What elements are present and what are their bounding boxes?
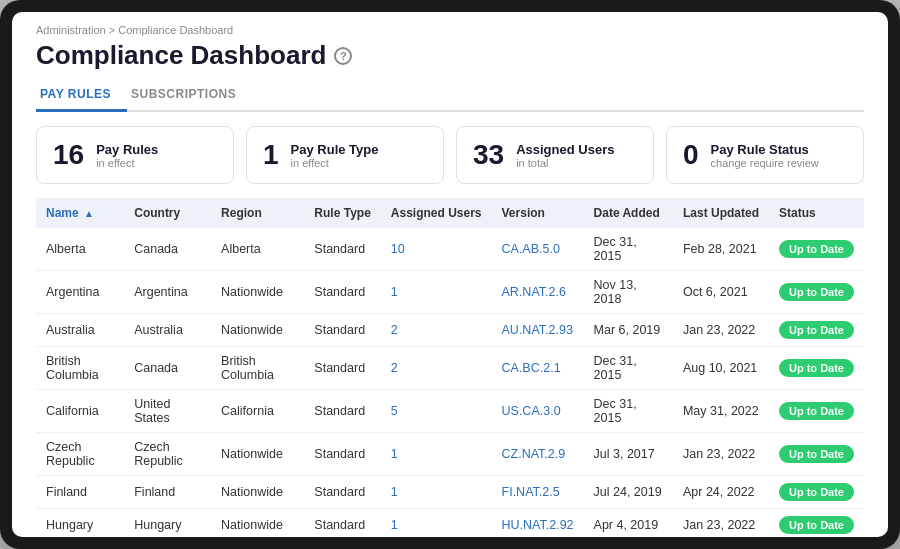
- table-cell-assigned-users[interactable]: 1: [381, 271, 492, 314]
- table-cell-last-updated: Aug 10, 2021: [673, 347, 769, 390]
- table-cell-name: Hungary: [36, 509, 124, 538]
- table-cell-assigned-users[interactable]: 5: [381, 390, 492, 433]
- table-cell-country: Canada: [124, 347, 211, 390]
- table-row: FinlandFinlandNationwideStandard1FI.NAT.…: [36, 476, 864, 509]
- table-cell-rule-type: Standard: [304, 390, 380, 433]
- help-icon[interactable]: ?: [334, 47, 352, 65]
- table-cell-version[interactable]: FI.NAT.2.5: [492, 476, 584, 509]
- stat-info-pay-rule-status: Pay Rule Status change require review: [711, 142, 819, 169]
- tab-subscriptions[interactable]: SUBSCRIPTIONS: [127, 81, 252, 112]
- table-cell-rule-type: Standard: [304, 228, 380, 271]
- table-cell-status[interactable]: Up to Date: [769, 347, 864, 390]
- table-cell-rule-type: Standard: [304, 347, 380, 390]
- tab-pay-rules[interactable]: PAY RULES: [36, 81, 127, 112]
- table-cell-version[interactable]: CA.AB.5.0: [492, 228, 584, 271]
- stat-number-assigned-users: 33: [473, 139, 504, 171]
- table-cell-date-added: Dec 31, 2015: [584, 347, 673, 390]
- table-cell-rule-type: Standard: [304, 476, 380, 509]
- table-cell-last-updated: Jan 23, 2022: [673, 509, 769, 538]
- table-cell-country: United States: [124, 390, 211, 433]
- table-cell-date-added: Apr 4, 2019: [584, 509, 673, 538]
- table-cell-status[interactable]: Up to Date: [769, 271, 864, 314]
- status-badge: Up to Date: [779, 359, 854, 377]
- page-title: Compliance Dashboard: [36, 40, 326, 71]
- table-cell-version[interactable]: HU.NAT.2.92: [492, 509, 584, 538]
- col-header-name[interactable]: Name ▲: [36, 198, 124, 228]
- stat-sublabel-pay-rules: in effect: [96, 157, 158, 169]
- table-cell-date-added: Nov 13, 2018: [584, 271, 673, 314]
- col-header-assigned-users[interactable]: Assigned Users: [381, 198, 492, 228]
- table-cell-name: California: [36, 390, 124, 433]
- stat-label-assigned-users: Assigned Users: [516, 142, 614, 157]
- table-cell-date-added: Jul 3, 2017: [584, 433, 673, 476]
- status-badge: Up to Date: [779, 321, 854, 339]
- table-cell-country: Argentina: [124, 271, 211, 314]
- table-cell-version[interactable]: CA.BC.2.1: [492, 347, 584, 390]
- status-badge: Up to Date: [779, 516, 854, 534]
- page-content: Administration > Compliance Dashboard Co…: [12, 12, 888, 537]
- stat-info-pay-rule-type: Pay Rule Type in effect: [291, 142, 379, 169]
- table-cell-version[interactable]: US.CA.3.0: [492, 390, 584, 433]
- stat-number-pay-rule-type: 1: [263, 139, 279, 171]
- table-cell-version[interactable]: AU.NAT.2.93: [492, 314, 584, 347]
- table-cell-country: Canada: [124, 228, 211, 271]
- stat-card-assigned-users: 33 Assigned Users in total: [456, 126, 654, 184]
- table-cell-status[interactable]: Up to Date: [769, 509, 864, 538]
- col-header-region[interactable]: Region: [211, 198, 304, 228]
- table-cell-region: Nationwide: [211, 476, 304, 509]
- col-header-version[interactable]: Version: [492, 198, 584, 228]
- col-header-status[interactable]: Status: [769, 198, 864, 228]
- table-cell-assigned-users[interactable]: 2: [381, 347, 492, 390]
- table-cell-status[interactable]: Up to Date: [769, 476, 864, 509]
- col-header-country[interactable]: Country: [124, 198, 211, 228]
- stat-number-pay-rules: 16: [53, 139, 84, 171]
- stat-card-pay-rule-status: 0 Pay Rule Status change require review: [666, 126, 864, 184]
- table-cell-assigned-users[interactable]: 10: [381, 228, 492, 271]
- table-cell-last-updated: Apr 24, 2022: [673, 476, 769, 509]
- stat-label-pay-rules: Pay Rules: [96, 142, 158, 157]
- table-cell-last-updated: Feb 28, 2021: [673, 228, 769, 271]
- table-cell-region: Nationwide: [211, 271, 304, 314]
- table-cell-rule-type: Standard: [304, 271, 380, 314]
- table-cell-last-updated: May 31, 2022: [673, 390, 769, 433]
- table-header-row: Name ▲ Country Region Rule Type Assigned…: [36, 198, 864, 228]
- table-row: ArgentinaArgentinaNationwideStandard1AR.…: [36, 271, 864, 314]
- table-cell-assigned-users[interactable]: 1: [381, 433, 492, 476]
- table-cell-version[interactable]: AR.NAT.2.6: [492, 271, 584, 314]
- breadcrumb-admin[interactable]: Administration: [36, 24, 106, 36]
- table-cell-status[interactable]: Up to Date: [769, 433, 864, 476]
- table-cell-status[interactable]: Up to Date: [769, 228, 864, 271]
- table-cell-name: Finland: [36, 476, 124, 509]
- table-cell-region: California: [211, 390, 304, 433]
- table-row: AustraliaAustraliaNationwideStandard2AU.…: [36, 314, 864, 347]
- status-badge: Up to Date: [779, 402, 854, 420]
- table-cell-name: Czech Republic: [36, 433, 124, 476]
- table-cell-assigned-users[interactable]: 1: [381, 509, 492, 538]
- pay-rules-table: Name ▲ Country Region Rule Type Assigned…: [36, 198, 864, 537]
- table-row: British ColumbiaCanadaBritish ColumbiaSt…: [36, 347, 864, 390]
- table-cell-name: Australia: [36, 314, 124, 347]
- device-frame: Administration > Compliance Dashboard Co…: [0, 0, 900, 549]
- table-cell-status[interactable]: Up to Date: [769, 314, 864, 347]
- col-header-last-updated[interactable]: Last Updated: [673, 198, 769, 228]
- table-cell-assigned-users[interactable]: 2: [381, 314, 492, 347]
- col-header-date-added[interactable]: Date Added: [584, 198, 673, 228]
- col-header-rule-type[interactable]: Rule Type: [304, 198, 380, 228]
- table-cell-last-updated: Jan 23, 2022: [673, 433, 769, 476]
- table-cell-region: Nationwide: [211, 314, 304, 347]
- table-cell-version[interactable]: CZ.NAT.2.9: [492, 433, 584, 476]
- table-cell-last-updated: Jan 23, 2022: [673, 314, 769, 347]
- table-cell-region: Nationwide: [211, 509, 304, 538]
- table-cell-assigned-users[interactable]: 1: [381, 476, 492, 509]
- status-badge: Up to Date: [779, 483, 854, 501]
- table-cell-date-added: Mar 6, 2019: [584, 314, 673, 347]
- table-cell-status[interactable]: Up to Date: [769, 390, 864, 433]
- sort-arrow-name: ▲: [84, 208, 94, 219]
- table-cell-country: Hungary: [124, 509, 211, 538]
- table-cell-region: Nationwide: [211, 433, 304, 476]
- table-cell-name: Alberta: [36, 228, 124, 271]
- table-cell-country: Finland: [124, 476, 211, 509]
- table-cell-country: Australia: [124, 314, 211, 347]
- table-cell-name: British Columbia: [36, 347, 124, 390]
- table-row: Czech RepublicCzech RepublicNationwideSt…: [36, 433, 864, 476]
